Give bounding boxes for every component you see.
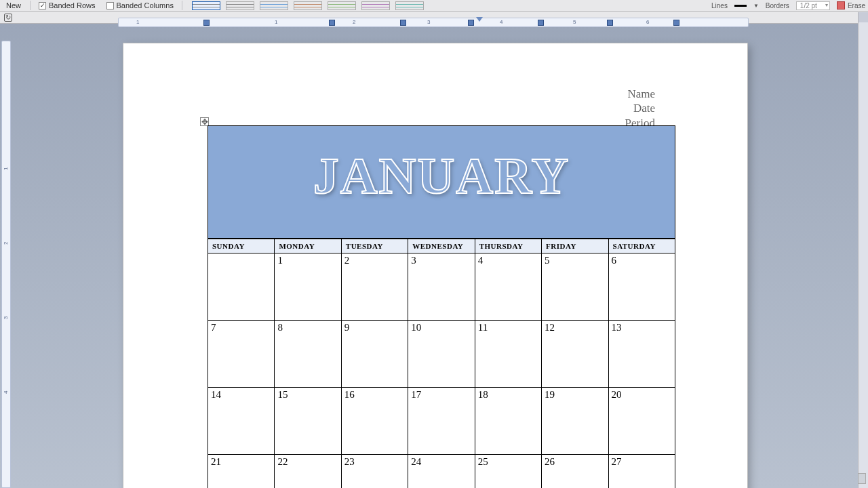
week-row: 1 2 3 4 5 6 bbox=[208, 253, 675, 320]
erase-button[interactable]: Erase bbox=[837, 1, 865, 9]
day-cell[interactable]: 11 bbox=[475, 320, 541, 387]
week-row: 14 15 16 17 18 19 20 bbox=[208, 387, 675, 454]
ruler-mark: 1 bbox=[275, 19, 277, 25]
day-header: SUNDAY bbox=[208, 239, 275, 253]
new-button[interactable]: New bbox=[3, 1, 24, 9]
date-label: Date bbox=[625, 101, 655, 115]
table-style-swatch[interactable] bbox=[294, 1, 322, 10]
day-cell[interactable]: 4 bbox=[475, 253, 541, 320]
ruler-mark: 4 bbox=[500, 19, 502, 25]
ruler-tab-icon[interactable] bbox=[400, 20, 406, 26]
ruler-mark: 3 bbox=[427, 19, 430, 25]
day-cell[interactable]: 25 bbox=[475, 454, 541, 488]
view-split-icon[interactable] bbox=[858, 473, 866, 484]
ruler-tab-icon[interactable] bbox=[468, 20, 474, 26]
ribbon-tabletools: New ✓ Banded Rows Banded Columns Lines ▼… bbox=[0, 0, 868, 12]
banded-rows-label: Banded Rows bbox=[49, 1, 96, 9]
day-header: THURSDAY bbox=[475, 239, 541, 253]
day-cell[interactable]: 26 bbox=[542, 454, 608, 488]
banded-columns-checkbox[interactable]: Banded Columns bbox=[104, 1, 176, 9]
vertical-ruler[interactable]: 1 2 3 4 bbox=[1, 41, 11, 488]
day-cell[interactable]: 9 bbox=[341, 320, 408, 387]
day-cell[interactable]: 27 bbox=[608, 454, 675, 488]
day-header: WEDNESDAY bbox=[408, 239, 475, 253]
checkbox-icon bbox=[106, 2, 114, 9]
separator bbox=[30, 1, 31, 10]
lines-label: Lines bbox=[711, 2, 728, 9]
separator bbox=[182, 1, 182, 10]
day-cell[interactable]: 13 bbox=[608, 320, 675, 387]
day-cell[interactable]: 22 bbox=[275, 454, 341, 488]
day-cell[interactable]: 1 bbox=[275, 253, 341, 320]
page[interactable]: Name Date Period ✥ JANUARY SUNDAY MONDAY… bbox=[123, 43, 747, 488]
week-row: 7 8 9 10 11 12 13 bbox=[208, 320, 675, 387]
day-cell[interactable]: 15 bbox=[275, 387, 341, 454]
ruler-mark: 4 bbox=[3, 391, 9, 394]
week-row: 21 22 23 24 25 26 27 bbox=[208, 454, 675, 488]
day-header: MONDAY bbox=[275, 239, 341, 253]
month-header-cell[interactable]: JANUARY bbox=[208, 126, 675, 239]
day-header-row: SUNDAY MONDAY TUESDAY WEDNESDAY THURSDAY… bbox=[208, 239, 675, 253]
day-cell[interactable]: 19 bbox=[542, 387, 608, 454]
pen-dropdown-icon[interactable]: ▼ bbox=[753, 3, 759, 9]
document-viewport[interactable]: Name Date Period ✥ JANUARY SUNDAY MONDAY… bbox=[16, 30, 856, 488]
eraser-icon bbox=[837, 1, 845, 9]
day-cell[interactable]: 24 bbox=[408, 454, 475, 488]
day-cell[interactable]: 16 bbox=[341, 387, 408, 454]
borders-label: Borders bbox=[766, 2, 789, 9]
name-label: Name bbox=[625, 87, 655, 101]
banded-rows-checkbox[interactable]: ✓ Banded Rows bbox=[36, 1, 98, 9]
table-style-swatch[interactable] bbox=[361, 1, 390, 10]
ruler-tab-icon[interactable] bbox=[607, 20, 613, 26]
ruler-mark: 1 bbox=[3, 167, 9, 170]
calendar-table[interactable]: JANUARY SUNDAY MONDAY TUESDAY WEDNESDAY … bbox=[208, 125, 675, 488]
day-cell[interactable]: 23 bbox=[341, 454, 408, 488]
table-style-swatch[interactable] bbox=[395, 1, 424, 10]
day-header: TUESDAY bbox=[341, 239, 408, 253]
table-style-swatch[interactable] bbox=[226, 1, 254, 10]
ruler-mark: 5 bbox=[573, 19, 576, 25]
day-cell[interactable]: 21 bbox=[208, 454, 275, 488]
day-cell[interactable]: 7 bbox=[208, 320, 275, 387]
day-cell[interactable]: 12 bbox=[542, 320, 608, 387]
month-title: JANUARY bbox=[313, 146, 570, 205]
repeat-icon[interactable]: ↻ bbox=[4, 14, 12, 22]
day-cell[interactable]: 18 bbox=[475, 387, 541, 454]
day-cell[interactable]: 14 bbox=[208, 387, 275, 454]
table-style-swatch[interactable] bbox=[260, 1, 288, 10]
header-fields[interactable]: Name Date Period bbox=[625, 87, 655, 130]
ruler-mark: 1 bbox=[136, 19, 139, 25]
vertical-scrollbar[interactable] bbox=[858, 12, 868, 488]
ruler-tab-icon[interactable] bbox=[673, 20, 679, 26]
day-header: FRIDAY bbox=[542, 239, 608, 253]
horizontal-ruler[interactable]: 1 1 2 3 4 5 6 bbox=[118, 18, 749, 27]
pen-weight-dropdown[interactable]: 1/2 pt bbox=[796, 1, 830, 10]
table-style-gallery[interactable] bbox=[192, 1, 424, 10]
table-style-swatch[interactable] bbox=[328, 1, 356, 10]
day-cell[interactable]: 3 bbox=[408, 253, 475, 320]
ruler-mark: 2 bbox=[3, 242, 9, 245]
day-cell[interactable]: 10 bbox=[408, 320, 475, 387]
indent-marker-icon[interactable] bbox=[476, 17, 483, 22]
pen-style-swatch[interactable] bbox=[734, 5, 747, 7]
checkbox-icon: ✓ bbox=[39, 2, 46, 9]
ruler-tab-icon[interactable] bbox=[203, 20, 210, 26]
ruler-tab-icon[interactable] bbox=[329, 20, 335, 26]
erase-label: Erase bbox=[848, 2, 865, 9]
banded-columns-label: Banded Columns bbox=[117, 1, 174, 9]
day-cell[interactable] bbox=[208, 253, 275, 320]
day-header: SATURDAY bbox=[608, 239, 675, 253]
day-cell[interactable]: 2 bbox=[341, 253, 408, 320]
day-cell[interactable]: 8 bbox=[275, 320, 341, 387]
ruler-mark: 2 bbox=[353, 19, 355, 25]
day-cell[interactable]: 5 bbox=[542, 253, 608, 320]
day-cell[interactable]: 20 bbox=[608, 387, 675, 454]
day-cell[interactable]: 17 bbox=[408, 387, 475, 454]
table-style-swatch[interactable] bbox=[192, 1, 220, 10]
day-cell[interactable]: 6 bbox=[608, 253, 675, 320]
ruler-tab-icon[interactable] bbox=[538, 20, 544, 26]
ruler-mark: 6 bbox=[646, 19, 649, 25]
ruler-mark: 3 bbox=[3, 317, 9, 319]
